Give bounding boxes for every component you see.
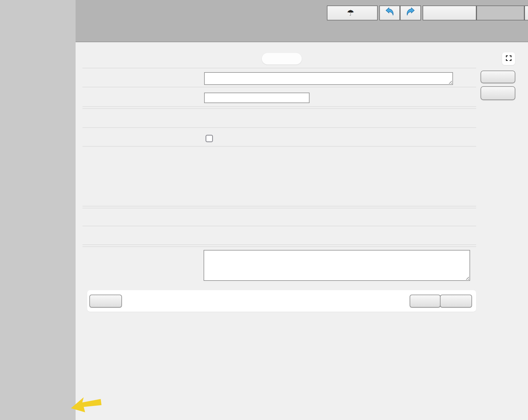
umbrella-icon: ☂ <box>347 9 354 17</box>
terminal-tab-button[interactable] <box>524 6 528 20</box>
redo-button[interactable] <box>400 6 421 20</box>
undo-arrow-icon <box>385 7 394 18</box>
separator-double <box>82 244 476 247</box>
separator-double <box>82 106 476 109</box>
webfig-tab-button[interactable] <box>476 6 524 20</box>
run-script-button[interactable] <box>481 86 515 100</box>
apply-button[interactable] <box>410 295 441 308</box>
top-header-band: ☂ <box>76 0 528 42</box>
source-input[interactable] <box>204 251 470 280</box>
fullscreen-icon <box>505 55 512 63</box>
separator <box>82 68 476 68</box>
ok-button[interactable] <box>440 295 472 308</box>
separator <box>82 127 476 128</box>
comment-input[interactable] <box>205 73 452 84</box>
webfig-page: { "toolbar": { "safe_mode_label": "Safe … <box>0 0 528 420</box>
cancel-button[interactable] <box>89 295 122 308</box>
source-field-wrap <box>204 250 470 281</box>
separator <box>82 146 476 147</box>
safe-mode-button[interactable]: ☂ <box>327 6 378 20</box>
sidebar-menu <box>0 0 76 420</box>
redo-arrow-icon <box>406 7 415 18</box>
separator <box>82 87 476 87</box>
undo-button[interactable] <box>379 6 400 20</box>
dont-require-permissions-checkbox[interactable] <box>206 135 213 142</box>
separator-double <box>82 206 476 208</box>
comment-field-wrap <box>204 72 453 85</box>
fullscreen-button[interactable] <box>502 52 515 65</box>
remove-button[interactable] <box>481 71 515 83</box>
quick-set-button[interactable] <box>423 6 476 20</box>
status-badge <box>262 53 302 64</box>
name-input[interactable] <box>204 93 310 103</box>
separator <box>82 226 476 226</box>
